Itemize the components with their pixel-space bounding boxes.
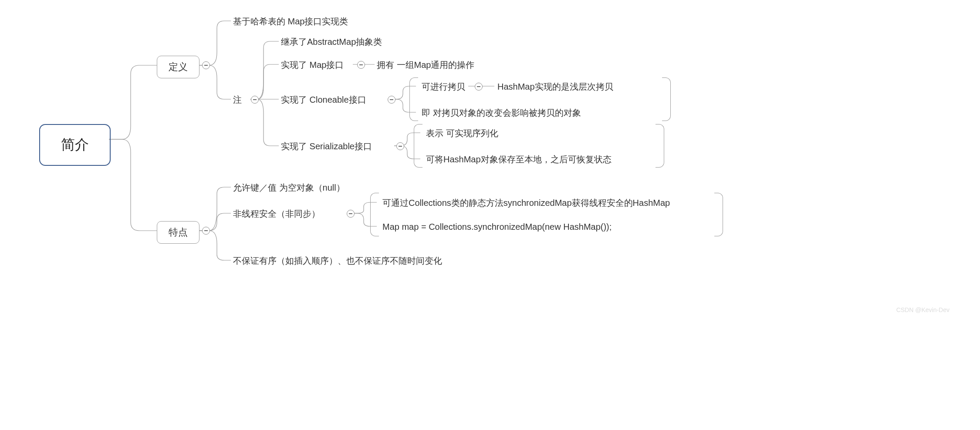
feature-1: 非线程安全（非同步）: [233, 208, 320, 220]
clone-child-0: 可进行拷贝: [422, 81, 465, 93]
bracket: [714, 193, 723, 236]
bracket: [414, 124, 422, 168]
collapse-icon[interactable]: [347, 210, 355, 218]
root-node[interactable]: 简介: [39, 124, 111, 166]
serial-child-1: 可将HashMap对象保存至本地，之后可恢复状态: [426, 154, 612, 165]
feature-2: 不保证有序（如插入顺序）、也不保证序不随时间变化: [233, 255, 442, 267]
collapse-icon[interactable]: [202, 227, 210, 235]
clone-grandchild: HashMap实现的是浅层次拷贝: [497, 81, 613, 93]
collapse-icon[interactable]: [388, 96, 395, 104]
definition-item-0: 基于哈希表的 Map接口实现类: [233, 16, 348, 27]
bracket: [409, 77, 418, 121]
collapse-icon[interactable]: [251, 96, 259, 104]
definition-node[interactable]: 定义: [157, 56, 199, 78]
collapse-icon[interactable]: [357, 61, 365, 69]
clone-child-1: 即 对拷贝对象的改变会影响被拷贝的对象: [422, 107, 581, 119]
bracket: [656, 124, 664, 168]
feature-0: 允许键／值 为空对象（null）: [233, 182, 345, 194]
note-item-map: 实现了 Map接口: [281, 59, 344, 71]
note-item-abstractmap: 继承了AbstractMap抽象类: [281, 36, 382, 48]
mindmap-canvas: 简介 定义 基于哈希表的 Map接口实现类 注 继承了AbstractMap抽象…: [26, 13, 954, 309]
serial-child-0: 表示 可实现序列化: [426, 128, 498, 139]
note-label: 注: [233, 94, 242, 106]
collapse-icon[interactable]: [396, 142, 404, 150]
note-item-serializable: 实现了 Serializable接口: [281, 141, 372, 152]
watermark: CSDN @Kevin-Dev: [896, 306, 950, 313]
bracket: [370, 193, 379, 236]
map-child: 拥有 一组Map通用的操作: [377, 59, 474, 71]
features-node[interactable]: 特点: [157, 221, 199, 244]
collapse-icon[interactable]: [475, 83, 483, 91]
threadsafe-child-0: 可通过Collections类的静态方法synchronizedMap获得线程安…: [382, 197, 670, 209]
note-item-cloneable: 实现了 Cloneable接口: [281, 94, 366, 106]
bracket: [662, 77, 671, 121]
threadsafe-child-1: Map map = Collections.synchronizedMap(ne…: [382, 222, 612, 232]
collapse-icon[interactable]: [202, 61, 210, 69]
